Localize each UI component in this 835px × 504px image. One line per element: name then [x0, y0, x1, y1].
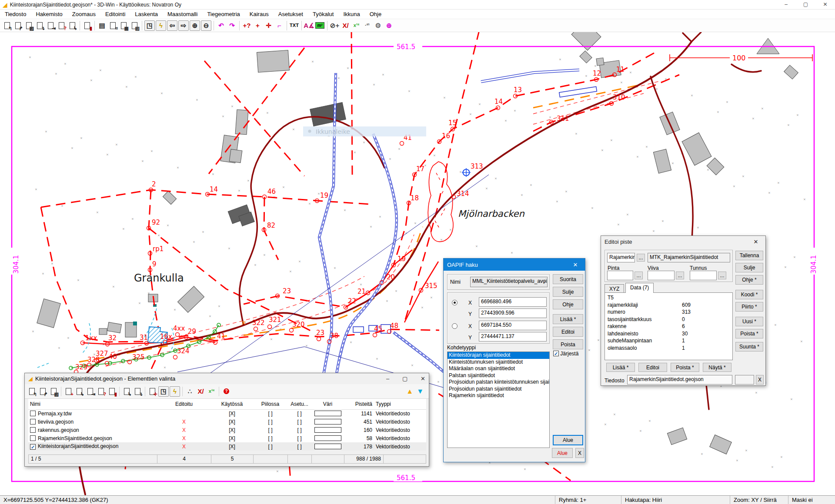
toolbar--icon[interactable]: ⚙ — [373, 20, 384, 31]
tallenna-button-right[interactable]: Tallenna — [735, 251, 763, 260]
move-up-icon[interactable]: ▲ — [406, 388, 413, 395]
menu-laskenta[interactable]: Laskenta — [130, 10, 163, 19]
toolbar--icon[interactable]: ? — [221, 386, 232, 397]
toolbar--icon[interactable]: ◳ — [158, 386, 169, 397]
maximize-button[interactable]: ▢ — [796, 0, 815, 9]
feature-type-item[interactable]: Kiinteistötunnuksen sijaintitiedot — [448, 359, 549, 366]
toolbar--icon[interactable]: ↱ — [13, 20, 23, 31]
menu-maastomalli[interactable]: Maastomalli — [163, 10, 202, 19]
toolbar--icon[interactable]: ↷ — [227, 20, 237, 31]
table-row[interactable]: tieviiva.geojsonX[X][ ][ ]451Vektoritied… — [28, 418, 426, 426]
oapif-titlebar[interactable]: OAPIF haku ✕ — [444, 259, 585, 271]
column-header-tyyppi[interactable]: Tyyppi — [374, 399, 426, 409]
toolbar--icon[interactable]: ⇦ — [167, 20, 177, 31]
toolbar--icon[interactable]: ↱ — [37, 386, 48, 397]
table-row[interactable]: rakennus.geojsonX[X][ ][ ]160Vektoritied… — [28, 426, 426, 434]
alue-red-button[interactable]: Alue — [552, 448, 573, 458]
menu-tiegeometria[interactable]: Tiegeometria — [202, 10, 244, 19]
poista-button[interactable]: Poista — [553, 339, 583, 349]
viiva-browse-button[interactable]: ... — [676, 272, 684, 279]
tunnus-browse-button[interactable]: ... — [718, 272, 726, 279]
toolbar-TXT-icon[interactable]: TXT — [289, 20, 300, 31]
menu-editointi[interactable]: Editointi — [100, 10, 130, 19]
attribute-row[interactable]: lahdeaineisto30 — [608, 330, 730, 338]
toolbar--icon[interactable]: ▤ — [97, 20, 107, 31]
sulje-button-right[interactable]: Sulje — [735, 263, 763, 272]
koodi-button-right[interactable]: Koodi * — [735, 290, 763, 299]
toolbar--icon[interactable]: ✛ — [263, 20, 274, 31]
feature-type-item[interactable]: Projisoidun palstan sijaintitiedot — [448, 386, 549, 393]
toolbar--icon[interactable]: ⇥ — [85, 386, 96, 397]
feature-type-item[interactable]: Kiinteistörajan sijaintitiedot — [448, 352, 549, 359]
attribute-row[interactable]: suhdeMaanpintaan1 — [608, 337, 730, 345]
dialog-close-icon[interactable]: ✕ — [421, 375, 425, 382]
editoi-button[interactable]: Editoi — [638, 363, 667, 372]
toolbar--icon[interactable]: ↴ — [132, 386, 143, 397]
ohje-button-right[interactable]: Ohje * — [735, 275, 763, 285]
attribute-row[interactable]: rakenne6 — [608, 323, 730, 330]
attribute-row[interactable]: rajamerkkilaji609 — [608, 302, 730, 309]
toolbar-x-icon[interactable]: x¹² — [206, 386, 217, 397]
menu-työkalut[interactable]: Työkalut — [308, 10, 338, 19]
uusi-button-right[interactable]: Uusi * — [735, 317, 763, 326]
alue-button[interactable]: Alue — [553, 435, 583, 445]
tiedosto-x-button[interactable]: X — [756, 375, 764, 385]
toolbar--icon[interactable]: ↶ — [216, 20, 227, 31]
toolbar--icon[interactable]: +? — [241, 20, 252, 31]
toolbar--icon[interactable]: ⊕ — [384, 20, 394, 31]
x2-field[interactable]: 6697184.550 — [479, 321, 547, 330]
tab-xyz[interactable]: XYZ — [605, 284, 624, 293]
column-header-pisteit[interactable]: Pisteitä — [344, 399, 374, 409]
attribute-row[interactable]: T5 — [608, 294, 730, 302]
toolbar-m-icon[interactable]: m² — [314, 20, 325, 31]
toolbar--icon[interactable]: ∴ — [184, 386, 195, 397]
y2-field[interactable]: 27444471.137 — [479, 332, 547, 342]
column-header-editoitu[interactable]: Editoitu — [157, 399, 211, 409]
poista-button-right[interactable]: Poista * — [735, 329, 763, 338]
toolbar-X-icon[interactable]: X/ — [195, 386, 206, 397]
toolbar--icon[interactable]: ↳ — [74, 386, 85, 397]
toolbar-x-icon[interactable]: x¹² — [351, 20, 362, 31]
table-row[interactable]: RajamerkinSijaintitiedot.geojsonX[X][ ][… — [28, 434, 426, 442]
feature-type-item[interactable]: Palstan sijaintitiedot — [448, 372, 549, 379]
lis-button[interactable]: Lisää * — [553, 314, 583, 324]
move-down-icon[interactable]: ▼ — [417, 388, 424, 395]
editoi-titlebar[interactable]: Editoi piste ✕ — [601, 236, 765, 247]
coord1-radio[interactable] — [452, 300, 458, 305]
poista-button[interactable]: Poista * — [671, 363, 699, 372]
toolbar--icon[interactable]: ▨ — [129, 20, 140, 31]
toolbar--icon[interactable]: ϟ — [156, 20, 166, 31]
feature-type-item[interactable]: Projisoidun palstan kiinteistötunnuksen … — [448, 379, 549, 386]
attribute-row[interactable]: numero313 — [608, 308, 730, 316]
table-row[interactable]: Pernaja.xy.tdw[X][ ][ ]1141Vektoritiedos… — [28, 409, 426, 418]
element-dialog-titlebar[interactable]: ◢ KiinteistorajanSijaintitiedot.geojson … — [25, 373, 429, 384]
toolbar--icon[interactable]: ⌐ — [274, 20, 285, 31]
toolbar--icon[interactable]: ⇨ — [178, 20, 189, 31]
toolbar-A-icon[interactable]: A∡ — [304, 20, 314, 31]
jarjesta-checkbox[interactable]: ✓ Järjestä — [553, 351, 578, 357]
column-header-kytss[interactable]: Käytössä — [211, 399, 253, 409]
toolbar--icon[interactable]: ▮ — [82, 20, 93, 31]
lis-button[interactable]: Lisää * — [606, 363, 635, 372]
toolbar--icon[interactable]: + — [252, 20, 263, 31]
toolbar--icon[interactable]: ✛ — [147, 386, 158, 397]
dialog-maximize-icon[interactable]: ▢ — [402, 375, 407, 382]
toolbar--icon[interactable]: ⊘+ — [329, 20, 340, 31]
toolbar--icon[interactable]: ⊖ — [201, 20, 211, 31]
suunta-button-right[interactable]: Suunta * — [735, 342, 763, 351]
minimize-button[interactable]: – — [776, 0, 796, 9]
toolbar--icon[interactable]: ⇥ — [45, 20, 56, 31]
toolbar--icon[interactable]: ▦ — [118, 20, 129, 31]
toolbar--icon[interactable]: ? — [96, 386, 107, 397]
column-header-asetu[interactable]: Asetu... — [287, 399, 311, 409]
code-field[interactable]: RajamerkinS — [607, 253, 635, 262]
menu-ohje[interactable]: Ohje — [365, 10, 386, 19]
close-button[interactable]: ✕ — [815, 0, 835, 9]
oapif-close-icon[interactable]: ✕ — [569, 262, 581, 268]
toolbar--icon[interactable]: ↰ — [27, 386, 37, 397]
viiva-field[interactable] — [648, 271, 675, 280]
sulje-button[interactable]: Sulje — [553, 287, 583, 297]
menu-hakemisto[interactable]: Hakemisto — [31, 10, 67, 19]
dialog-minimize-icon[interactable]: – — [386, 375, 389, 382]
menu-asetukset[interactable]: Asetukset — [274, 10, 308, 19]
